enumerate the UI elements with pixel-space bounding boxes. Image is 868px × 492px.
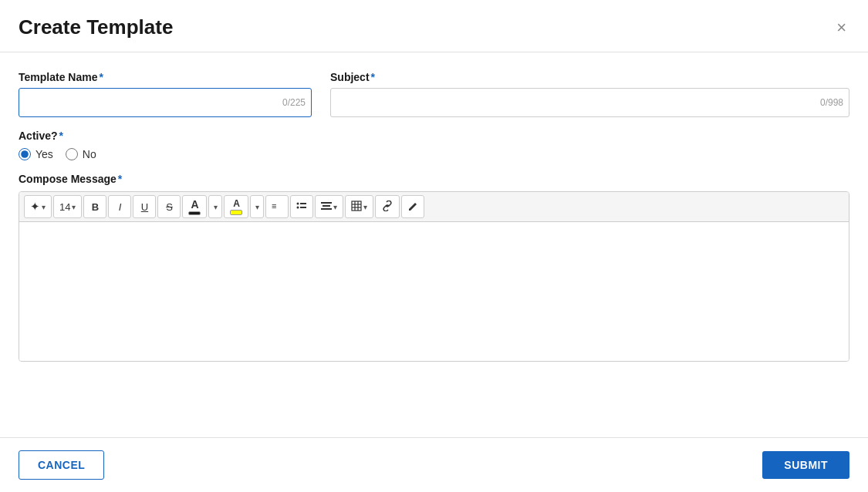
subject-group: Subject* 0/998 <box>330 71 849 117</box>
font-color-dropdown[interactable]: ▾ <box>208 195 222 218</box>
bold-icon: B <box>92 201 99 213</box>
strikethrough-button[interactable]: S <box>157 195 181 218</box>
table-chevron: ▾ <box>363 203 367 211</box>
editor-toolbar: ✦ ▾ 14 ▾ B I <box>19 192 849 222</box>
strike-icon: S <box>166 201 173 213</box>
submit-button[interactable]: SUBMIT <box>762 451 849 479</box>
align-button[interactable]: ▾ <box>315 195 343 218</box>
highlight-label: A <box>233 198 240 209</box>
magic-chevron: ▾ <box>42 203 46 211</box>
modal-title: Create Template <box>19 15 173 39</box>
create-template-modal: Create Template × Template Name* 0/225 S… <box>0 0 868 492</box>
svg-rect-8 <box>352 201 361 211</box>
link-icon <box>381 201 393 214</box>
radio-no-label[interactable]: No <box>66 148 96 160</box>
radio-yes-input[interactable] <box>19 148 31 160</box>
active-required: * <box>59 130 63 142</box>
cancel-button[interactable]: CANCEL <box>19 450 104 480</box>
active-radio-group: Yes No <box>19 148 849 160</box>
italic-button[interactable]: I <box>108 195 131 218</box>
svg-rect-7 <box>321 208 332 210</box>
ordered-list-button[interactable]: ≡ <box>265 195 289 218</box>
table-button[interactable]: ▾ <box>345 195 373 218</box>
svg-point-1 <box>297 202 299 204</box>
highlight-button[interactable]: A <box>224 195 248 218</box>
align-chevron: ▾ <box>333 203 337 211</box>
eraser-icon <box>407 201 418 214</box>
clear-format-button[interactable] <box>401 195 424 218</box>
link-button[interactable] <box>375 195 400 218</box>
font-color-chevron: ▾ <box>214 203 218 211</box>
editor-container: ✦ ▾ 14 ▾ B I <box>19 191 849 362</box>
modal-body: Template Name* 0/225 Subject* 0/998 <box>0 52 868 437</box>
template-name-group: Template Name* 0/225 <box>19 71 312 117</box>
template-name-input-wrapper: 0/225 <box>19 88 312 117</box>
subject-input-wrapper: 0/998 <box>330 88 849 117</box>
font-size-label: 14 <box>59 201 70 213</box>
align-icon <box>321 201 332 214</box>
close-button[interactable]: × <box>833 16 849 39</box>
template-name-label: Template Name* <box>19 71 312 83</box>
active-label: Active?* <box>19 130 849 142</box>
compose-required: * <box>118 173 122 185</box>
unordered-list-button[interactable] <box>290 195 313 218</box>
font-color-swatch <box>188 211 201 215</box>
font-color-label: A <box>191 198 198 211</box>
subject-input[interactable] <box>330 88 849 117</box>
svg-rect-4 <box>300 207 306 208</box>
table-icon <box>351 201 362 214</box>
radio-yes-label[interactable]: Yes <box>19 148 53 160</box>
active-section: Active?* Yes No <box>19 130 849 160</box>
font-color-button[interactable]: A <box>182 195 207 218</box>
bold-button[interactable]: B <box>83 195 106 218</box>
italic-icon: I <box>119 201 122 213</box>
template-name-input[interactable] <box>19 88 312 117</box>
highlight-dropdown[interactable]: ▾ <box>250 195 264 218</box>
font-size-chevron: ▾ <box>72 203 76 211</box>
svg-rect-6 <box>323 205 330 207</box>
svg-rect-2 <box>300 203 306 204</box>
highlight-swatch <box>230 210 242 215</box>
highlight-chevron: ▾ <box>255 203 259 211</box>
font-size-button[interactable]: 14 ▾ <box>53 195 82 218</box>
ordered-list-icon: ≡ <box>272 201 282 214</box>
radio-no-input[interactable] <box>66 148 78 160</box>
svg-rect-5 <box>321 202 332 204</box>
underline-icon: U <box>141 201 148 213</box>
modal-header: Create Template × <box>0 0 868 52</box>
unordered-list-icon <box>296 201 307 214</box>
svg-point-3 <box>297 206 299 208</box>
modal-footer: CANCEL SUBMIT <box>0 437 868 492</box>
magic-toolbar-button[interactable]: ✦ ▾ <box>24 195 52 218</box>
svg-text:≡: ≡ <box>272 201 276 211</box>
subject-required: * <box>371 71 375 83</box>
compose-message-section: Compose Message* ✦ ▾ 14 ▾ <box>19 173 849 362</box>
editor-body[interactable] <box>19 222 849 361</box>
magic-icon: ✦ <box>30 200 40 214</box>
name-subject-row: Template Name* 0/225 Subject* 0/998 <box>19 71 849 117</box>
compose-message-label: Compose Message* <box>19 173 849 185</box>
template-name-required: * <box>99 71 103 83</box>
subject-label: Subject* <box>330 71 849 83</box>
underline-button[interactable]: U <box>133 195 156 218</box>
